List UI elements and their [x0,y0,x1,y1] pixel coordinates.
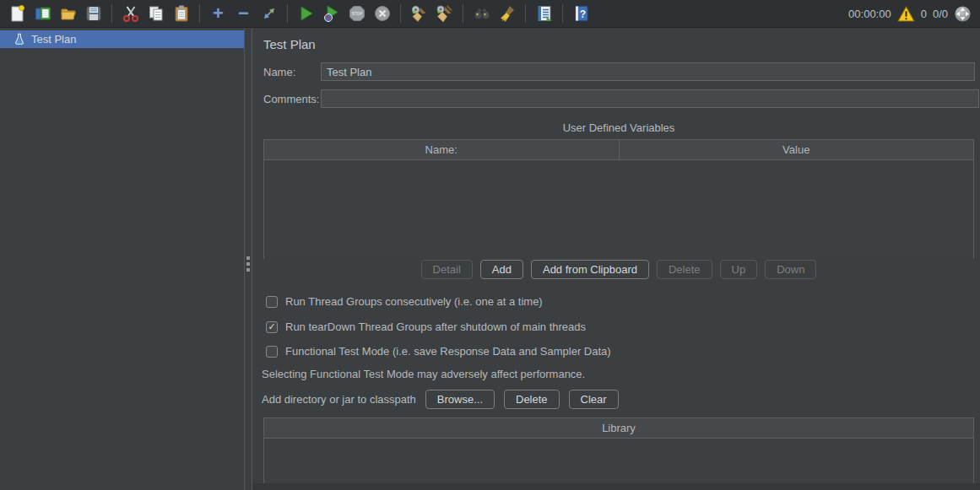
library-table-body[interactable] [264,439,973,483]
open-icon[interactable] [57,3,79,24]
help-icon[interactable]: ? [571,3,592,24]
checkbox-checked-icon[interactable] [266,321,278,333]
toolbar: + − STOP ? 00:00:00 0 0/0 [0,0,980,28]
up-button: Up [720,260,758,279]
comments-label: Comments: [263,93,319,105]
clear-search-icon[interactable] [496,3,517,24]
udv-table: Name: Value [263,139,974,259]
panel-bottom-strip [252,483,980,490]
clear-all-icon[interactable] [434,3,455,24]
test-plan-flask-icon [14,33,25,46]
start-icon[interactable] [295,3,317,24]
toolbar-separator [525,4,526,23]
tree-item-label: Test Plan [31,33,76,46]
classpath-delete-button[interactable]: Delete [504,390,560,409]
browse-button[interactable]: Browse... [425,390,495,409]
splitter-grip[interactable] [246,256,250,272]
clear-icon[interactable] [409,3,430,24]
detail-button: Detail [421,260,473,279]
udv-section-title: User Defined Variables [263,121,974,134]
option-label: Run Thread Groups consecutively (i.e. on… [285,295,543,308]
option-label: Functional Test Mode (i.e. save Response… [285,345,611,358]
option-row-functional-mode[interactable]: Functional Test Mode (i.e. save Response… [266,345,611,358]
library-table-header: Library [264,418,973,439]
udv-column-name: Name: [264,140,619,159]
library-column-header: Library [264,418,973,438]
functional-mode-note: Selecting Functional Test Mode may adver… [262,368,585,380]
udv-table-header: Name: Value [264,140,973,160]
add-button[interactable]: Add [480,260,523,279]
delete-button: Delete [657,260,712,279]
udv-table-body[interactable] [264,160,973,259]
shutdown-icon [371,3,393,24]
test-plan-tree: Test Plan [0,29,244,490]
udv-button-row: Detail Add Add from Clipboard Delete Up … [263,260,974,279]
new-file-icon[interactable] [7,3,28,24]
function-helper-icon[interactable] [533,3,555,24]
test-plan-panel: Test Plan Name: Comments: User Defined V… [252,29,980,490]
search-icon[interactable] [471,3,492,24]
checkbox-unchecked-icon[interactable] [266,296,278,308]
option-row-consecutive[interactable]: Run Thread Groups consecutively (i.e. on… [266,295,543,308]
toolbar-separator [287,4,288,23]
panel-splitter[interactable] [244,29,252,490]
svg-text:?: ? [579,8,585,20]
udv-column-value: Value [619,140,974,159]
collapse-all-icon[interactable]: − [233,3,254,24]
cut-icon[interactable] [120,3,141,24]
down-button: Down [765,260,816,279]
add-from-clipboard-button[interactable]: Add from Clipboard [531,260,649,279]
start-no-pauses-icon[interactable] [321,3,342,24]
page-title: Test Plan [263,37,316,51]
templates-icon[interactable] [32,3,53,24]
toolbar-separator [400,4,401,23]
library-table: Library [263,417,974,483]
toolbar-separator [562,4,563,23]
elapsed-timer: 00:00:00 [848,8,891,20]
active-threads-indicator-icon [954,5,972,23]
option-row-teardown[interactable]: Run tearDown Thread Groups after shutdow… [266,320,586,333]
copy-icon[interactable] [145,3,166,24]
classpath-label: Add directory or jar to classpath [262,393,416,406]
comments-input[interactable] [321,89,979,108]
name-input[interactable] [321,62,975,81]
tree-item-test-plan[interactable]: Test Plan [0,30,244,48]
clear-button[interactable]: Clear [569,390,619,409]
thread-ratio: 0/0 [933,8,948,20]
toolbar-status-cluster: 00:00:00 0 0/0 [848,5,972,23]
save-icon[interactable] [83,3,104,24]
expand-all-icon[interactable]: + [208,3,229,24]
warning-icon[interactable] [897,6,915,22]
classpath-row: Add directory or jar to classpath Browse… [262,390,619,409]
name-label: Name: [263,66,295,78]
option-label: Run tearDown Thread Groups after shutdow… [285,320,586,333]
svg-text:STOP: STOP [351,12,361,16]
paste-icon[interactable] [171,3,192,24]
toolbar-separator [111,4,112,23]
toggle-icon[interactable] [258,3,279,24]
stop-icon: STOP [346,3,367,24]
checkbox-unchecked-icon[interactable] [266,346,278,358]
toolbar-separator [463,4,463,23]
warning-count: 0 [921,8,927,20]
toolbar-separator [199,4,200,23]
